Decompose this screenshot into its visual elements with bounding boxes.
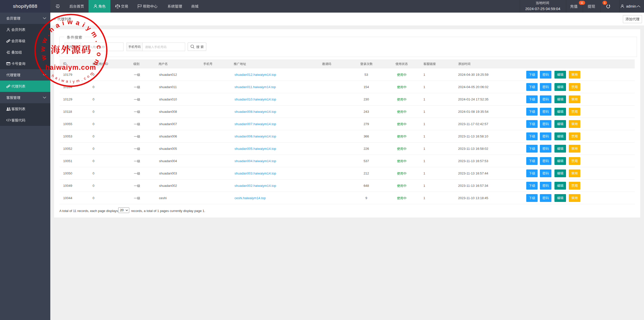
svg-text:www.haiwaiym.com: www.haiwaiym.com bbox=[38, 18, 103, 69]
svg-text:haiwaiym.com: haiwaiym.com bbox=[45, 63, 96, 71]
